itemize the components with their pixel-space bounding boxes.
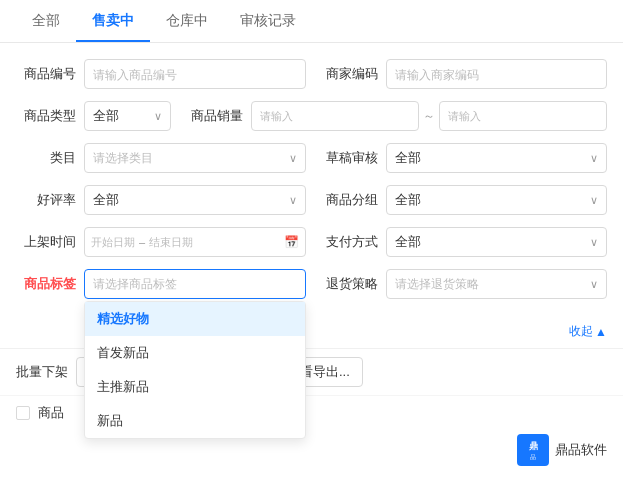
- chevron-down-icon: ∨: [590, 194, 598, 207]
- chevron-down-icon: ∨: [590, 152, 598, 165]
- tab-audit[interactable]: 审核记录: [224, 0, 312, 42]
- select-product-type-value: 全部: [93, 107, 119, 125]
- input-merchant-code[interactable]: [386, 59, 608, 89]
- date-from-label: 开始日期: [91, 235, 135, 250]
- label-product-id: 商品编号: [16, 65, 76, 83]
- chevron-down-icon: ∨: [154, 110, 162, 123]
- brand-logo-icon: 鼎 品: [519, 436, 547, 464]
- tab-bar: 全部 售卖中 仓库中 审核记录: [0, 0, 623, 43]
- group-payment: 支付方式 全部 ∨: [318, 227, 608, 257]
- filter-form: 商品编号 商家编码 商品类型 全部 ∨ 商品销量 ～ 类目: [0, 43, 623, 319]
- label-category: 类目: [16, 149, 76, 167]
- select-payment-value: 全部: [395, 233, 421, 251]
- group-product-sales: 商品销量 ～: [183, 101, 607, 131]
- sales-range-input: ～: [251, 101, 607, 131]
- dropdown-item-new[interactable]: 新品: [85, 404, 305, 438]
- input-product-id[interactable]: [84, 59, 306, 89]
- select-return-policy-placeholder: 请选择退货策略: [395, 276, 479, 293]
- group-merchant-code: 商家编码: [318, 59, 608, 89]
- brand-logo: 鼎 品: [517, 434, 549, 466]
- select-product-group-value: 全部: [395, 191, 421, 209]
- tab-selling[interactable]: 售卖中: [76, 0, 150, 42]
- group-shelf-time: 上架时间 开始日期 – 结束日期 📅: [16, 227, 306, 257]
- tab-all[interactable]: 全部: [16, 0, 76, 42]
- date-range-shelf[interactable]: 开始日期 – 结束日期 📅: [84, 227, 306, 257]
- product-checkbox[interactable]: [16, 406, 30, 420]
- form-row-1: 商品编号 商家编码: [16, 59, 607, 89]
- select-praise-rate[interactable]: 全部 ∨: [84, 185, 306, 215]
- select-draft-review[interactable]: 全部 ∨: [386, 143, 608, 173]
- select-product-group[interactable]: 全部 ∨: [386, 185, 608, 215]
- product-label: 商品: [38, 404, 64, 422]
- label-shelf-time: 上架时间: [16, 233, 76, 251]
- label-product-tags: 商品标签: [16, 275, 76, 293]
- select-product-type[interactable]: 全部 ∨: [84, 101, 171, 131]
- label-payment: 支付方式: [318, 233, 378, 251]
- batch-label: 批量下架: [16, 363, 68, 381]
- chevron-down-icon: ∨: [289, 194, 297, 207]
- dropdown-item-featured-new[interactable]: 主推新品: [85, 370, 305, 404]
- date-separator: –: [139, 236, 145, 248]
- group-product-tags: 商品标签 请选择商品标签 精选好物 首发新品 主推新品 新品: [16, 269, 306, 299]
- group-product-type: 商品类型 全部 ∨: [16, 101, 171, 131]
- select-return-policy[interactable]: 请选择退货策略 ∨: [386, 269, 608, 299]
- collapse-icon: ▲: [595, 325, 607, 339]
- dropdown-item-featured[interactable]: 精选好物: [85, 302, 305, 336]
- form-row-6: 商品标签 请选择商品标签 精选好物 首发新品 主推新品 新品 退货策略 请选择退…: [16, 269, 607, 299]
- group-praise-rate: 好评率 全部 ∨: [16, 185, 306, 215]
- dropdown-product-tags: 请选择商品标签 精选好物 首发新品 主推新品 新品: [84, 269, 306, 299]
- dropdown-item-new-launch[interactable]: 首发新品: [85, 336, 305, 370]
- svg-text:品: 品: [530, 454, 536, 460]
- label-product-group: 商品分组: [318, 191, 378, 209]
- sales-to-input[interactable]: [439, 101, 607, 131]
- collapse-label: 收起: [569, 323, 593, 340]
- brand-name: 鼎品软件: [555, 441, 607, 459]
- label-praise-rate: 好评率: [16, 191, 76, 209]
- label-product-sales: 商品销量: [183, 107, 243, 125]
- label-product-type: 商品类型: [16, 107, 76, 125]
- group-product-group: 商品分组 全部 ∨: [318, 185, 608, 215]
- select-category[interactable]: 请选择类目 ∨: [84, 143, 306, 173]
- form-row-3: 类目 请选择类目 ∨ 草稿审核 全部 ∨: [16, 143, 607, 173]
- select-payment[interactable]: 全部 ∨: [386, 227, 608, 257]
- collapse-button[interactable]: 收起 ▲: [569, 323, 607, 340]
- label-return-policy: 退货策略: [318, 275, 378, 293]
- label-draft-review: 草稿审核: [318, 149, 378, 167]
- chevron-down-icon: ∨: [590, 278, 598, 291]
- group-return-policy: 退货策略 请选择退货策略 ∨: [318, 269, 608, 299]
- group-draft-review: 草稿审核 全部 ∨: [318, 143, 608, 173]
- tab-warehouse[interactable]: 仓库中: [150, 0, 224, 42]
- select-category-placeholder: 请选择类目: [93, 150, 153, 167]
- form-row-5: 上架时间 开始日期 – 结束日期 📅 支付方式 全部 ∨: [16, 227, 607, 257]
- range-separator: ～: [423, 108, 435, 125]
- calendar-icon: 📅: [284, 235, 299, 249]
- chevron-down-icon: ∨: [289, 152, 297, 165]
- select-draft-review-value: 全部: [395, 149, 421, 167]
- svg-text:鼎: 鼎: [529, 441, 538, 451]
- group-product-id: 商品编号: [16, 59, 306, 89]
- dropdown-tags-placeholder: 请选择商品标签: [93, 276, 177, 293]
- dropdown-tags-trigger[interactable]: 请选择商品标签: [84, 269, 306, 299]
- label-merchant-code: 商家编码: [318, 65, 378, 83]
- select-praise-rate-value: 全部: [93, 191, 119, 209]
- form-row-4: 好评率 全部 ∨ 商品分组 全部 ∨: [16, 185, 607, 215]
- dropdown-tags-menu: 精选好物 首发新品 主推新品 新品: [84, 301, 306, 439]
- sales-from-input[interactable]: [251, 101, 419, 131]
- form-row-2: 商品类型 全部 ∨ 商品销量 ～: [16, 101, 607, 131]
- chevron-down-icon: ∨: [590, 236, 598, 249]
- date-to-label: 结束日期: [149, 235, 193, 250]
- group-category: 类目 请选择类目 ∨: [16, 143, 306, 173]
